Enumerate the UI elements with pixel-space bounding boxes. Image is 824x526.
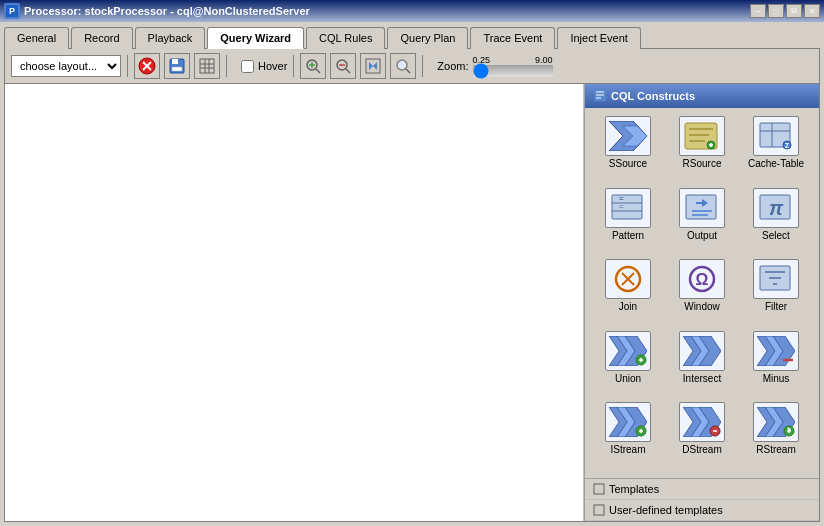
cql-icon-filter: [753, 259, 799, 299]
zoom-slider[interactable]: [473, 65, 553, 77]
svg-text:Ω: Ω: [696, 271, 709, 288]
cql-item-join[interactable]: Join: [593, 259, 663, 327]
cql-icon-window: Ω: [679, 259, 725, 299]
svg-rect-97: [594, 484, 604, 494]
cql-label-output: Output: [687, 230, 717, 241]
zoom-in-button[interactable]: [300, 53, 326, 79]
svg-rect-45: [612, 195, 642, 219]
cql-icon-cache-table: Z: [753, 116, 799, 156]
user-defined-icon: [593, 504, 605, 516]
cql-item-istream[interactable]: IStream: [593, 402, 663, 470]
cql-label-intersect: Intersect: [683, 373, 721, 384]
cql-bottom-templates[interactable]: Templates: [585, 479, 819, 500]
tabs-row: General Record Playback Query Wizard CQL…: [0, 22, 824, 48]
search-button[interactable]: [390, 53, 416, 79]
cql-item-union[interactable]: Union: [593, 331, 663, 399]
layout-select-container: choose layout...: [11, 55, 121, 77]
hover-checkbox-container: Hover: [241, 60, 287, 73]
svg-rect-98: [594, 505, 604, 515]
cql-header-title: CQL Constructs: [611, 90, 695, 102]
cql-icon-ssource: [605, 116, 651, 156]
window: P Processor: stockProcessor - cql@NonClu…: [0, 0, 824, 526]
zoom-slider-container: 0.25 9.00: [473, 55, 553, 77]
window-title: Processor: stockProcessor - cql@NonClust…: [24, 5, 310, 17]
zoom-out-button[interactable]: [330, 53, 356, 79]
svg-text:Z: Z: [785, 142, 790, 149]
cql-item-ssource[interactable]: SSource: [593, 116, 663, 184]
zoom-label: Zoom:: [437, 60, 468, 72]
user-defined-label: User-defined templates: [609, 504, 723, 516]
cql-item-rsource[interactable]: RSource: [667, 116, 737, 184]
close-button[interactable]: ✕: [804, 4, 820, 18]
cql-label-pattern: Pattern: [612, 230, 644, 241]
hover-label: Hover: [258, 60, 287, 72]
cql-item-dstream[interactable]: DStream: [667, 402, 737, 470]
cql-item-window[interactable]: Ω Window: [667, 259, 737, 327]
cql-item-intersect[interactable]: Intersect: [667, 331, 737, 399]
cql-icon-output: [679, 188, 725, 228]
restore-button[interactable]: ⧉: [786, 4, 802, 18]
cql-item-pattern[interactable]: = = Pattern: [593, 188, 663, 256]
cql-label-union: Union: [615, 373, 641, 384]
maximize-button[interactable]: □: [768, 4, 784, 18]
cql-label-cache-table: Cache-Table: [748, 158, 804, 169]
cql-label-istream: IStream: [610, 444, 645, 455]
tab-cql-rules[interactable]: CQL Rules: [306, 27, 385, 49]
tab-general[interactable]: General: [4, 27, 69, 49]
cql-label-dstream: DStream: [682, 444, 721, 455]
window-body: General Record Playback Query Wizard CQL…: [0, 22, 824, 526]
cql-label-ssource: SSource: [609, 158, 647, 169]
cql-label-filter: Filter: [765, 301, 787, 312]
cql-label-rsource: RSource: [683, 158, 722, 169]
cql-icon-dstream: [679, 402, 725, 442]
cql-label-minus: Minus: [763, 373, 790, 384]
main-area: CQL Constructs SSource: [5, 84, 819, 521]
cql-icon-union: [605, 331, 651, 371]
zoom-area: Zoom: 0.25 9.00: [437, 55, 552, 77]
tab-record[interactable]: Record: [71, 27, 132, 49]
tab-query-wizard[interactable]: Query Wizard: [207, 27, 304, 49]
cql-bottom-user-defined[interactable]: User-defined templates: [585, 500, 819, 521]
fit-button[interactable]: [360, 53, 386, 79]
cql-icon-minus: [753, 331, 799, 371]
toolbar-separator-1: [127, 55, 128, 77]
svg-text:=: =: [619, 202, 624, 211]
save-button[interactable]: [164, 53, 190, 79]
toolbar-separator-2: [226, 55, 227, 77]
templates-label: Templates: [609, 483, 659, 495]
delete-button[interactable]: [134, 53, 160, 79]
svg-text:P: P: [9, 6, 15, 16]
cql-header-icon: [593, 88, 607, 104]
canvas-area: [5, 84, 584, 521]
svg-line-26: [406, 69, 410, 73]
layout-dropdown[interactable]: choose layout...: [11, 55, 121, 77]
svg-marker-21: [369, 62, 373, 66]
tab-playback[interactable]: Playback: [135, 27, 206, 49]
cql-item-rstream[interactable]: RStream: [741, 402, 811, 470]
tab-query-plan[interactable]: Query Plan: [387, 27, 468, 49]
svg-text:π: π: [769, 197, 784, 219]
app-icon: P: [4, 3, 20, 19]
cql-label-join: Join: [619, 301, 637, 312]
cql-panel: CQL Constructs SSource: [584, 84, 819, 521]
cql-item-output[interactable]: Output: [667, 188, 737, 256]
cql-item-cache-table[interactable]: Z Cache-Table: [741, 116, 811, 184]
svg-marker-23: [369, 66, 373, 70]
tab-inject-event[interactable]: Inject Event: [557, 27, 640, 49]
cql-header: CQL Constructs: [585, 84, 819, 108]
grid-button[interactable]: [194, 53, 220, 79]
tab-content: choose layout...: [4, 48, 820, 522]
cql-icon-join: [605, 259, 651, 299]
cql-label-select: Select: [762, 230, 790, 241]
tab-trace-event[interactable]: Trace Event: [470, 27, 555, 49]
hover-checkbox[interactable]: [241, 60, 254, 73]
cql-item-minus[interactable]: Minus: [741, 331, 811, 399]
cql-label-rstream: RStream: [756, 444, 795, 455]
cql-icon-intersect: [679, 331, 725, 371]
cql-item-filter[interactable]: Filter: [741, 259, 811, 327]
title-bar: P Processor: stockProcessor - cql@NonClu…: [0, 0, 824, 22]
cql-icon-select: π: [753, 188, 799, 228]
minimize-button[interactable]: ─: [750, 4, 766, 18]
title-bar-left: P Processor: stockProcessor - cql@NonClu…: [4, 3, 310, 19]
cql-item-select[interactable]: π Select: [741, 188, 811, 256]
